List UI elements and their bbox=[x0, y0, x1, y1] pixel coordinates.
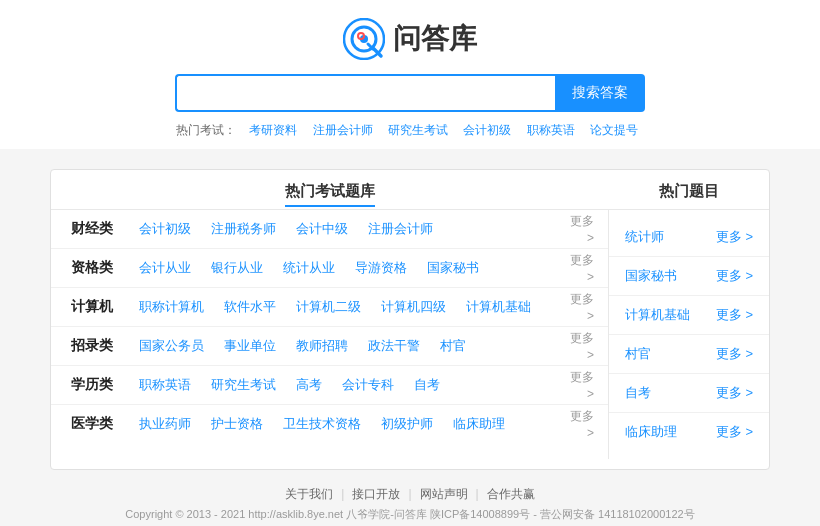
category-item-1-2[interactable]: 统计从业 bbox=[283, 260, 335, 275]
category-more-link-3[interactable]: 更多 > bbox=[570, 331, 594, 362]
footer-divider: | bbox=[476, 487, 479, 501]
hot-topic-item: 自考更多 > bbox=[609, 374, 769, 413]
hot-topic-more-3[interactable]: 更多 > bbox=[716, 345, 753, 363]
category-items: 职称计算机软件水平计算机二级计算机四级计算机基础 bbox=[125, 288, 563, 327]
search-bar: 搜索答案 bbox=[0, 74, 820, 112]
category-label: 计算机 bbox=[51, 288, 125, 327]
main-panel: 热门考试题库 热门题目 财经类会计初级注册税务师会计中级注册会计师更多 >资格类… bbox=[50, 169, 770, 470]
category-label: 学历类 bbox=[51, 366, 125, 405]
category-items: 会计初级注册税务师会计中级注册会计师 bbox=[125, 210, 563, 249]
hot-search-item-5[interactable]: 论文提号 bbox=[590, 123, 638, 137]
hot-search-item-1[interactable]: 注册会计师 bbox=[313, 123, 373, 137]
category-more-link-2[interactable]: 更多 > bbox=[570, 292, 594, 323]
category-list: 财经类会计初级注册税务师会计中级注册会计师更多 >资格类会计从业银行从业统计从业… bbox=[51, 210, 609, 459]
category-row: 招录类国家公务员事业单位教师招聘政法干警村官更多 > bbox=[51, 327, 608, 366]
logo-icon bbox=[343, 18, 385, 60]
category-row: 资格类会计从业银行从业统计从业导游资格国家秘书更多 > bbox=[51, 249, 608, 288]
category-item-0-1[interactable]: 注册税务师 bbox=[211, 221, 276, 236]
category-item-2-1[interactable]: 软件水平 bbox=[224, 299, 276, 314]
category-item-5-1[interactable]: 护士资格 bbox=[211, 416, 263, 431]
hot-topic-link-5[interactable]: 临床助理 bbox=[625, 423, 677, 441]
hot-topic-link-0[interactable]: 统计师 bbox=[625, 228, 664, 246]
category-label: 财经类 bbox=[51, 210, 125, 249]
category-item-5-3[interactable]: 初级护师 bbox=[381, 416, 433, 431]
hot-topic-link-4[interactable]: 自考 bbox=[625, 384, 651, 402]
category-item-1-3[interactable]: 导游资格 bbox=[355, 260, 407, 275]
footer-link-1[interactable]: 接口开放 bbox=[352, 487, 400, 501]
search-input[interactable] bbox=[175, 74, 555, 112]
category-row: 财经类会计初级注册税务师会计中级注册会计师更多 > bbox=[51, 210, 608, 249]
category-item-5-4[interactable]: 临床助理 bbox=[453, 416, 505, 431]
category-more-link-0[interactable]: 更多 > bbox=[570, 214, 594, 245]
footer-link-3[interactable]: 合作共赢 bbox=[487, 487, 535, 501]
hot-topic-item: 临床助理更多 > bbox=[609, 413, 769, 451]
category-item-4-4[interactable]: 自考 bbox=[414, 377, 440, 392]
hot-topics-list: 统计师更多 >国家秘书更多 >计算机基础更多 >村官更多 >自考更多 >临床助理… bbox=[609, 210, 769, 459]
category-item-4-0[interactable]: 职称英语 bbox=[139, 377, 191, 392]
category-item-5-2[interactable]: 卫生技术资格 bbox=[283, 416, 361, 431]
category-more-link-4[interactable]: 更多 > bbox=[570, 370, 594, 401]
category-more-link-1[interactable]: 更多 > bbox=[570, 253, 594, 284]
category-row: 医学类执业药师护士资格卫生技术资格初级护师临床助理更多 > bbox=[51, 405, 608, 444]
section-title-right: 热门题目 bbox=[659, 182, 719, 205]
hot-topic-link-3[interactable]: 村官 bbox=[625, 345, 651, 363]
category-label: 医学类 bbox=[51, 405, 125, 444]
site-name: 问答库 bbox=[393, 20, 477, 58]
hot-search-item-0[interactable]: 考研资料 bbox=[249, 123, 297, 137]
category-more-link-5[interactable]: 更多 > bbox=[570, 409, 594, 440]
category-item-4-3[interactable]: 会计专科 bbox=[342, 377, 394, 392]
category-item-3-0[interactable]: 国家公务员 bbox=[139, 338, 204, 353]
search-button[interactable]: 搜索答案 bbox=[555, 74, 645, 112]
section-headers: 热门考试题库 热门题目 bbox=[51, 170, 769, 210]
hot-search-area: 热门考试： 考研资料 注册会计师 研究生考试 会计初级 职称英语 论文提号 bbox=[0, 122, 820, 139]
hot-search-label: 热门考试： bbox=[176, 123, 236, 137]
category-item-2-0[interactable]: 职称计算机 bbox=[139, 299, 204, 314]
hot-topic-more-2[interactable]: 更多 > bbox=[716, 306, 753, 324]
hot-topic-more-5[interactable]: 更多 > bbox=[716, 423, 753, 441]
hot-topic-item: 计算机基础更多 > bbox=[609, 296, 769, 335]
hot-topic-more-4[interactable]: 更多 > bbox=[716, 384, 753, 402]
category-item-4-2[interactable]: 高考 bbox=[296, 377, 322, 392]
hot-topic-item: 统计师更多 > bbox=[609, 218, 769, 257]
hot-topic-link-2[interactable]: 计算机基础 bbox=[625, 306, 690, 324]
category-item-1-0[interactable]: 会计从业 bbox=[139, 260, 191, 275]
logo-area: 问答库 bbox=[0, 18, 820, 60]
category-item-2-4[interactable]: 计算机基础 bbox=[466, 299, 531, 314]
hot-search-item-2[interactable]: 研究生考试 bbox=[388, 123, 448, 137]
category-more: 更多 > bbox=[563, 249, 608, 288]
category-more: 更多 > bbox=[563, 288, 608, 327]
category-item-1-1[interactable]: 银行从业 bbox=[211, 260, 263, 275]
category-item-3-4[interactable]: 村官 bbox=[440, 338, 466, 353]
category-item-2-2[interactable]: 计算机二级 bbox=[296, 299, 361, 314]
category-item-3-1[interactable]: 事业单位 bbox=[224, 338, 276, 353]
section-title-left: 热门考试题库 bbox=[285, 182, 375, 207]
hot-topic-item: 国家秘书更多 > bbox=[609, 257, 769, 296]
footer-links: 关于我们|接口开放|网站声明|合作共赢 bbox=[0, 486, 820, 503]
hot-topic-item: 村官更多 > bbox=[609, 335, 769, 374]
hot-search-item-3[interactable]: 会计初级 bbox=[463, 123, 511, 137]
footer-link-0[interactable]: 关于我们 bbox=[285, 487, 333, 501]
category-items: 会计从业银行从业统计从业导游资格国家秘书 bbox=[125, 249, 563, 288]
category-table: 财经类会计初级注册税务师会计中级注册会计师更多 >资格类会计从业银行从业统计从业… bbox=[51, 210, 608, 443]
category-row: 计算机职称计算机软件水平计算机二级计算机四级计算机基础更多 > bbox=[51, 288, 608, 327]
category-item-3-2[interactable]: 教师招聘 bbox=[296, 338, 348, 353]
hot-topic-more-0[interactable]: 更多 > bbox=[716, 228, 753, 246]
category-item-3-3[interactable]: 政法干警 bbox=[368, 338, 420, 353]
category-label: 资格类 bbox=[51, 249, 125, 288]
category-item-0-0[interactable]: 会计初级 bbox=[139, 221, 191, 236]
category-item-0-3[interactable]: 注册会计师 bbox=[368, 221, 433, 236]
category-item-1-4[interactable]: 国家秘书 bbox=[427, 260, 479, 275]
category-item-5-0[interactable]: 执业药师 bbox=[139, 416, 191, 431]
hot-topic-more-1[interactable]: 更多 > bbox=[716, 267, 753, 285]
hot-search-item-4[interactable]: 职称英语 bbox=[527, 123, 575, 137]
header: 问答库 搜索答案 热门考试： 考研资料 注册会计师 研究生考试 会计初级 职称英… bbox=[0, 0, 820, 149]
footer-link-2[interactable]: 网站声明 bbox=[420, 487, 468, 501]
footer-divider: | bbox=[341, 487, 344, 501]
content-wrapper: 财经类会计初级注册税务师会计中级注册会计师更多 >资格类会计从业银行从业统计从业… bbox=[51, 210, 769, 459]
category-items: 职称英语研究生考试高考会计专科自考 bbox=[125, 366, 563, 405]
hot-topic-link-1[interactable]: 国家秘书 bbox=[625, 267, 677, 285]
category-item-4-1[interactable]: 研究生考试 bbox=[211, 377, 276, 392]
category-item-0-2[interactable]: 会计中级 bbox=[296, 221, 348, 236]
category-item-2-3[interactable]: 计算机四级 bbox=[381, 299, 446, 314]
category-items: 国家公务员事业单位教师招聘政法干警村官 bbox=[125, 327, 563, 366]
